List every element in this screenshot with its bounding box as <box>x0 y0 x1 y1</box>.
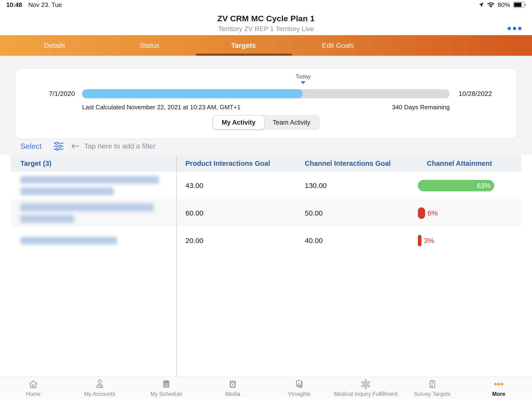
active-tab-indicator <box>196 54 292 56</box>
attainment-value: 63% <box>477 182 491 190</box>
more-options-button[interactable] <box>508 27 521 30</box>
media-icon <box>227 379 238 390</box>
my-activity-segment[interactable]: My Activity <box>213 116 264 129</box>
wifi-icon <box>487 2 495 8</box>
dock-item-home[interactable]: Home <box>0 377 66 399</box>
target-name-redacted[interactable] <box>20 203 154 223</box>
tab-targets[interactable]: Targets <box>231 42 256 50</box>
table-row[interactable]: 20.00 40.00 3% <box>11 227 521 254</box>
medical-inquiry-icon <box>360 379 371 390</box>
team-activity-segment[interactable]: Team Activity <box>264 116 319 129</box>
page-subtitle: Territory ZV REP 1 Territory Live <box>0 25 532 33</box>
tab-status[interactable]: Status <box>140 42 159 50</box>
dock-item-survey-targets[interactable]: Survey Targets <box>399 377 466 399</box>
product-goal-value: 43.00 <box>185 182 203 190</box>
filter-icon[interactable] <box>53 141 64 152</box>
home-icon <box>28 379 39 390</box>
back-arrow-icon <box>71 143 80 150</box>
timeline-progress-fill <box>82 89 303 98</box>
cycle-plan-summary-card: Today 7/1/2020 10/28/2022 Last Calculate… <box>16 69 516 138</box>
dock-item-more[interactable]: More <box>466 377 532 399</box>
activity-toggle: My Activity Team Activity <box>212 115 320 130</box>
screen: 10:48 Nov 23. Tue 80% ZV CRM MC Cycle Pl… <box>0 0 532 399</box>
column-attainment: Channel Attainment <box>427 159 492 167</box>
cycle-plan-tabs: Details Status Targets Edit Goals <box>0 35 532 56</box>
app-header: ZV CRM MC Cycle Plan 1 Territory ZV REP … <box>0 10 532 35</box>
dock-item-media[interactable]: Media <box>200 377 266 399</box>
dock-item-my-accounts[interactable]: My Accounts <box>66 377 133 399</box>
table-header: Target (3) Product Interactions Goal Cha… <box>11 155 521 172</box>
table-row[interactable]: 60.00 50.00 6% <box>11 199 521 227</box>
column-product-goal: Product Interactions Goal <box>185 159 270 167</box>
attainment-cell: 6% <box>418 207 438 219</box>
select-button[interactable]: Select <box>20 142 42 151</box>
accounts-icon <box>94 379 105 390</box>
status-bar: 10:48 Nov 23. Tue 80% <box>0 0 532 10</box>
cycle-start-date: 7/1/2020 <box>39 90 75 98</box>
column-channel-goal: Channel Interactions Goal <box>305 159 391 167</box>
table-row[interactable]: 43.00 130.00 63% <box>11 172 521 199</box>
survey-targets-icon <box>427 379 438 390</box>
today-marker: Today <box>295 73 311 84</box>
product-goal-value: 20.00 <box>185 237 203 245</box>
attainment-value: 6% <box>427 209 438 217</box>
status-date: Nov 23. Tue <box>28 1 62 9</box>
product-goal-value: 60.00 <box>185 209 203 217</box>
more-icon <box>493 379 504 390</box>
target-name-redacted[interactable] <box>20 237 117 244</box>
schedule-icon <box>161 379 172 390</box>
clock: 10:48 <box>6 1 22 9</box>
tab-details[interactable]: Details <box>44 42 65 50</box>
target-name-redacted[interactable] <box>20 176 159 195</box>
battery-percent: 80% <box>498 1 510 9</box>
dock-item-my-schedule[interactable]: My Schedule <box>133 377 200 399</box>
channel-goal-value: 40.00 <box>305 237 323 245</box>
days-remaining-text: 340 Days Remaining <box>392 104 450 111</box>
attainment-value: 3% <box>424 237 434 245</box>
tab-edit-goals[interactable]: Edit Goals <box>322 42 354 50</box>
column-target: Target (3) <box>20 159 51 167</box>
page-title: ZV CRM MC Cycle Plan 1 <box>0 10 532 23</box>
filter-bar: Select Tap here to add a filter <box>0 138 532 154</box>
channel-goal-value: 130.00 <box>305 182 327 190</box>
attainment-cell: 3% <box>418 235 434 246</box>
cycle-timeline-track <box>82 89 450 98</box>
dock-item-medical-inquiry-fulfillment[interactable]: Medical Inquiry Fulfillment <box>332 377 399 399</box>
attainment-bar: 63% <box>418 180 494 191</box>
location-icon <box>478 2 484 8</box>
battery-icon <box>513 2 526 8</box>
today-pointer-icon <box>301 81 305 84</box>
attainment-bar <box>418 207 425 219</box>
bottom-tab-bar: Home My Accounts My Sche <box>0 377 532 399</box>
attainment-cell: 63% <box>418 180 494 191</box>
vinsights-icon <box>294 379 305 390</box>
channel-goal-value: 50.00 <box>305 209 323 217</box>
last-calculated-text: Last Calculated November 22, 2021 at 10:… <box>82 104 241 111</box>
today-label: Today <box>295 73 311 80</box>
filter-hint[interactable]: Tap here to add a filter <box>84 142 156 150</box>
attainment-bar <box>418 235 421 246</box>
column-divider <box>176 155 177 377</box>
targets-table: Target (3) Product Interactions Goal Cha… <box>0 155 532 377</box>
cycle-end-date: 10/28/2022 <box>459 90 492 98</box>
dock-item-vinsights[interactable]: VInsights <box>266 377 332 399</box>
